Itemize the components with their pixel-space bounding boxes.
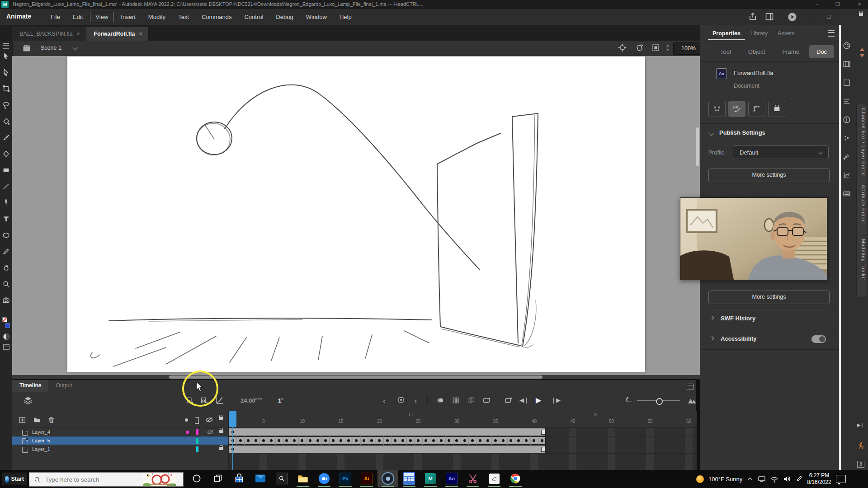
rotate-canvas-icon[interactable] xyxy=(635,43,646,53)
rectangle-tool[interactable] xyxy=(1,165,11,175)
zoom-stepper[interactable]: ▲▼ xyxy=(665,43,670,53)
taskbar-app-snipping-tool[interactable] xyxy=(462,470,483,487)
onion-skin-outlines-icon[interactable] xyxy=(452,396,460,404)
weather-label[interactable]: 100°F Sunny xyxy=(708,476,742,483)
menu-debug[interactable]: Debug xyxy=(270,12,298,22)
keyframe-dot[interactable] xyxy=(479,439,481,442)
camera-tool[interactable] xyxy=(1,296,11,305)
pen-tool[interactable] xyxy=(1,198,11,207)
scene-name[interactable]: Scene 1 xyxy=(41,45,61,51)
layer-lock-icon[interactable] xyxy=(219,447,223,450)
layer-row-layer_1[interactable]: Layer_1 xyxy=(12,445,228,454)
text-tool[interactable] xyxy=(1,214,11,224)
menu-commands[interactable]: Commands xyxy=(196,12,237,22)
menu-window[interactable]: Window xyxy=(301,12,332,22)
keyframe-dot[interactable] xyxy=(494,439,497,442)
frame-grid[interactable]: 510152025303540455055601s2s xyxy=(228,411,697,470)
timeline-tab-output[interactable]: Output xyxy=(48,380,79,392)
taskbar-app-calculator[interactable] xyxy=(399,470,420,487)
accessibility-toggle[interactable] xyxy=(811,335,826,343)
frame-span-layer_4[interactable] xyxy=(229,428,546,436)
tab-close-icon[interactable]: × xyxy=(139,31,142,37)
pencil-tool[interactable] xyxy=(1,247,11,256)
publish-collapse-icon[interactable] xyxy=(708,131,713,136)
step-back-icon[interactable]: ◀❘ xyxy=(519,397,529,404)
taskbar-app-animate[interactable]: An xyxy=(441,470,462,487)
scene-chevron-icon[interactable] xyxy=(72,45,77,50)
pen-icon[interactable] xyxy=(796,475,802,483)
timeline-zoom-max-icon[interactable] xyxy=(688,396,697,404)
play-button[interactable]: ▶ xyxy=(536,396,541,404)
keyframe-dot[interactable] xyxy=(425,439,427,442)
keyframe-dot[interactable] xyxy=(309,439,311,442)
publish-more-settings-button[interactable]: More settings xyxy=(708,169,830,182)
layer-name[interactable]: Layer_1 xyxy=(32,446,50,452)
subtab-frame[interactable]: Frame xyxy=(775,45,807,58)
layer-highlight-dot[interactable] xyxy=(186,431,189,434)
keyframe-dot[interactable] xyxy=(270,439,273,442)
keyframe-dot[interactable] xyxy=(394,439,396,442)
subselection-tool[interactable] xyxy=(1,68,11,77)
workspace-icon[interactable] xyxy=(765,12,776,22)
frame-range-icon[interactable] xyxy=(482,396,491,404)
start-button[interactable]: Start xyxy=(2,473,27,485)
free-transform-tool[interactable] xyxy=(1,84,11,94)
subtab-tool[interactable]: Tool xyxy=(713,45,738,58)
taskbar-app-mail[interactable] xyxy=(250,470,271,487)
previous-keyframe-icon[interactable]: ‹ xyxy=(383,397,385,404)
keys-icon[interactable] xyxy=(843,190,852,199)
layer-row-layer_5[interactable]: Layer_5 xyxy=(12,436,228,445)
share-icon[interactable] xyxy=(748,12,759,22)
keyframe-dot[interactable] xyxy=(409,439,412,442)
menu-file[interactable]: File xyxy=(45,12,66,22)
hidden-icons-chevron[interactable] xyxy=(747,476,753,482)
step-icon[interactable]: ▶❘ xyxy=(857,422,864,427)
layer-lock-icon[interactable] xyxy=(219,430,223,433)
keyframe-dot[interactable] xyxy=(386,439,389,442)
keyframe-dot[interactable] xyxy=(316,439,319,442)
layer-name[interactable]: Layer_5 xyxy=(32,438,50,443)
runner-icon[interactable] xyxy=(857,442,864,449)
animate-maximize-button[interactable]: □ xyxy=(823,12,835,22)
brushes-icon[interactable] xyxy=(843,153,852,162)
tab-properties[interactable]: Properties xyxy=(708,28,745,40)
swf-history-section[interactable]: SWF History xyxy=(700,309,840,329)
animate-minimize-button[interactable]: – xyxy=(807,12,819,22)
dots-icon[interactable] xyxy=(843,134,852,143)
constraint-icon[interactable]: 8 xyxy=(857,461,864,468)
stop-icon[interactable] xyxy=(397,396,405,404)
lock-guides-button[interactable] xyxy=(768,101,785,117)
keyframe-dot[interactable] xyxy=(463,439,466,442)
menu-control[interactable]: Control xyxy=(239,12,269,22)
ink-bottle-tool[interactable] xyxy=(1,149,11,159)
paint-bucket-tool[interactable] xyxy=(1,117,11,126)
taskbar-clock[interactable]: 6:27 PM 8/16/2022 xyxy=(807,472,831,486)
layer-outline-swatch[interactable] xyxy=(196,438,198,444)
pasteboard[interactable] xyxy=(12,56,700,375)
clip-content-icon[interactable] xyxy=(651,43,662,53)
weather-icon[interactable] xyxy=(696,475,704,483)
keyframe-dot[interactable] xyxy=(332,439,335,442)
new-layer-button[interactable] xyxy=(19,416,26,424)
tab-library[interactable]: Library xyxy=(746,28,772,40)
frame-rate-value[interactable]: 24.00FPS xyxy=(241,397,262,404)
keyframe-dot[interactable] xyxy=(401,439,404,442)
properties-panel-menu-icon[interactable] xyxy=(828,30,835,37)
search-input[interactable] xyxy=(44,476,143,483)
profile-dropdown[interactable]: Default xyxy=(733,145,829,159)
canvas-horizontal-scrollbar[interactable] xyxy=(12,375,700,379)
keyframe-dot[interactable] xyxy=(541,439,543,442)
film-icon[interactable] xyxy=(843,60,852,69)
tab-close-icon[interactable]: × xyxy=(76,31,80,37)
color-swatches[interactable] xyxy=(2,317,10,328)
maya-minimize-button[interactable]: – xyxy=(812,1,822,8)
frame-span-layer_1[interactable] xyxy=(229,445,546,453)
zoom-tool[interactable] xyxy=(1,279,11,289)
action-center-icon[interactable] xyxy=(836,475,846,483)
timeline-zoom-slider[interactable] xyxy=(637,400,680,401)
timeline-tab-timeline[interactable]: Timeline xyxy=(12,380,48,392)
taskbar-app-magnifier-app[interactable] xyxy=(271,470,292,487)
next-keyframe-icon[interactable]: › xyxy=(415,397,417,404)
keyframe-dot[interactable] xyxy=(347,439,350,442)
toolbar-menu-icon[interactable] xyxy=(3,43,9,49)
